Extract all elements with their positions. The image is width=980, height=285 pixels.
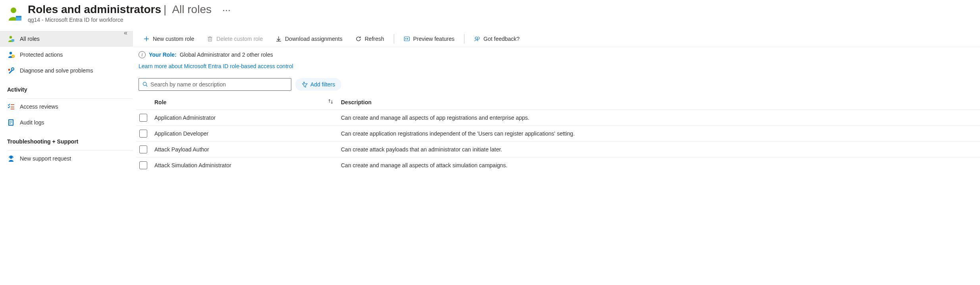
sidebar-item-label: New support request (20, 155, 71, 162)
svg-line-30 (146, 85, 147, 86)
sidebar-item-label: Protected actions (20, 52, 63, 58)
sidebar-item-protected-actions[interactable]: Protected actions (0, 47, 133, 63)
add-filters-button[interactable]: Add filters (295, 78, 341, 91)
wrench-icon (7, 67, 15, 75)
page-title-main: Roles and administrators (28, 3, 161, 16)
filter-icon (302, 81, 308, 88)
preview-icon (404, 36, 410, 42)
toolbar-label: Delete custom role (216, 36, 263, 42)
preview-features-button[interactable]: Preview features (398, 33, 460, 44)
checklist-icon (7, 103, 15, 111)
tenant-label: qg14 - Microsoft Entra ID for workforce (28, 17, 231, 23)
your-role-bar: i Your Role: Global Administrator and 2 … (133, 47, 980, 60)
trash-icon (207, 36, 213, 42)
role-name[interactable]: Attack Payload Author (154, 146, 341, 153)
role-name[interactable]: Attack Simulation Administrator (154, 162, 341, 168)
row-checkbox[interactable] (139, 114, 147, 122)
svg-point-29 (143, 82, 146, 85)
doc-icon (7, 119, 15, 126)
svg-point-27 (405, 38, 406, 40)
toolbar-separator (394, 34, 394, 44)
sidebar-item-audit-logs[interactable]: Audit logs (0, 115, 133, 130)
download-assignments-button[interactable]: Download assignments (270, 33, 348, 44)
role-description: Can create and manage all aspects of app… (341, 115, 980, 121)
role-description: Can create attack payloads that an admin… (341, 146, 980, 153)
svg-point-28 (475, 37, 477, 39)
refresh-icon (355, 36, 362, 42)
add-filters-label: Add filters (310, 81, 335, 88)
toolbar-label: Preview features (413, 36, 454, 42)
got-feedback-button[interactable]: Got feedback? (468, 33, 525, 44)
page-header: Roles and administrators | All roles ···… (0, 0, 980, 29)
role-name[interactable]: Application Developer (154, 130, 341, 137)
svg-rect-4 (12, 39, 14, 42)
sidebar-section-activity: Activity (0, 78, 133, 95)
page-title: Roles and administrators | All roles ··· (28, 3, 231, 16)
svg-point-5 (10, 52, 12, 54)
role-name[interactable]: Application Administrator (154, 115, 341, 121)
info-icon: i (139, 51, 146, 58)
svg-rect-2 (16, 16, 21, 17)
learn-more-link[interactable]: Learn more about Microsoft Entra ID role… (133, 60, 299, 76)
more-icon[interactable]: ··· (223, 7, 231, 15)
delete-custom-role-button: Delete custom role (201, 33, 268, 44)
sidebar-item-access-reviews[interactable]: Access reviews (0, 99, 133, 115)
title-separator: | (164, 3, 166, 16)
role-description: Can create and manage all aspects of att… (341, 162, 980, 168)
refresh-button[interactable]: Refresh (350, 33, 390, 44)
sidebar-section-support: Troubleshooting + Support (0, 130, 133, 147)
col-role-header[interactable]: Role (154, 98, 341, 106)
download-icon (275, 36, 282, 42)
toolbar-separator (464, 34, 464, 44)
roles-table: Role Description Application Administrat… (133, 95, 980, 173)
svg-point-16 (10, 156, 13, 159)
table-row[interactable]: Attack Simulation Administrator Can crea… (136, 157, 980, 173)
sidebar-item-label: All roles (20, 36, 40, 42)
svg-rect-19 (208, 38, 212, 41)
toolbar-label: Download assignments (285, 36, 343, 42)
sidebar-item-diagnose[interactable]: Diagnose and solve problems (0, 63, 133, 78)
sidebar-item-new-support[interactable]: New support request (0, 151, 133, 166)
roles-admin-icon (6, 6, 24, 23)
table-row[interactable]: Attack Payload Author Can create attack … (136, 142, 980, 157)
filter-row: Add filters (133, 76, 980, 95)
search-input[interactable] (150, 81, 288, 88)
person-icon (7, 35, 15, 43)
table-header: Role Description (136, 95, 980, 110)
sidebar-item-label: Diagnose and solve problems (20, 67, 93, 74)
collapse-sidebar-icon[interactable]: « (124, 29, 127, 36)
sidebar-item-all-roles[interactable]: All roles (0, 31, 133, 47)
col-role-label: Role (154, 99, 166, 105)
sidebar-item-label: Access reviews (20, 103, 58, 110)
shield-icon (7, 51, 15, 59)
sidebar: « All roles Protected actions Diagnose a… (0, 29, 133, 173)
toolbar: New custom role Delete custom role Downl… (133, 31, 980, 47)
role-description: Can create application registrations ind… (341, 130, 980, 137)
row-checkbox[interactable] (139, 130, 147, 138)
svg-point-7 (12, 68, 14, 70)
col-desc-header[interactable]: Description (341, 99, 980, 105)
your-role-label: Your Role: (149, 52, 177, 58)
row-checkbox[interactable] (139, 161, 147, 169)
your-role-value[interactable]: Global Administrator and 2 other roles (180, 52, 273, 58)
sort-icon[interactable] (327, 98, 334, 106)
table-row[interactable]: Application Administrator Can create and… (136, 110, 980, 126)
svg-point-0 (11, 8, 16, 13)
svg-point-3 (10, 36, 12, 38)
search-box[interactable] (139, 78, 291, 91)
feedback-icon (474, 36, 480, 42)
new-custom-role-button[interactable]: New custom role (138, 33, 200, 44)
toolbar-label: New custom role (153, 36, 194, 42)
plus-icon (143, 36, 150, 42)
toolbar-label: Got feedback? (483, 36, 520, 42)
row-checkbox[interactable] (139, 145, 147, 153)
main-content: New custom role Delete custom role Downl… (133, 29, 980, 173)
support-icon (7, 155, 15, 163)
table-row[interactable]: Application Developer Can create applica… (136, 126, 980, 142)
toolbar-label: Refresh (365, 36, 384, 42)
page-title-sub: All roles (172, 3, 212, 16)
sidebar-item-label: Audit logs (20, 119, 44, 126)
search-icon (142, 81, 148, 88)
